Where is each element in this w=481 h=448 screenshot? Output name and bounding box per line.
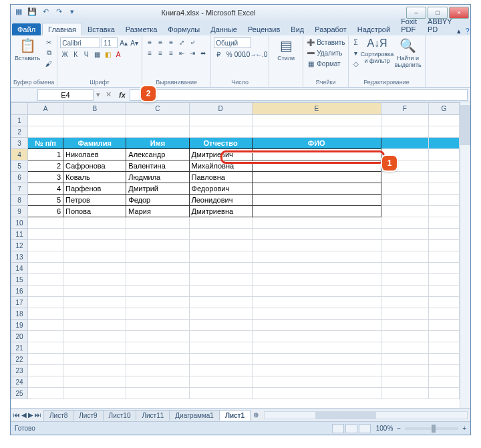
row-header[interactable]: 18	[11, 308, 28, 320]
row-header[interactable]: 11	[11, 229, 28, 240]
redo-icon[interactable]: ↷	[53, 6, 64, 17]
delete-cells-icon[interactable]: ➖	[306, 48, 315, 58]
border-icon[interactable]: ▦	[92, 49, 102, 59]
cell[interactable]: Петров	[63, 195, 126, 206]
italic-button[interactable]: К	[71, 49, 80, 59]
header-patr[interactable]: Отчество	[189, 138, 252, 149]
align-top-icon[interactable]: ≡	[145, 37, 154, 47]
header-num[interactable]: № п/п	[28, 138, 63, 149]
cell[interactable]: 1	[28, 149, 63, 160]
last-sheet-icon[interactable]: ⏭	[35, 411, 41, 419]
row-header[interactable]: 22	[11, 354, 28, 365]
format-cells-label[interactable]: Формат	[317, 60, 341, 68]
font-size-combo[interactable]: 11	[102, 37, 118, 48]
cell[interactable]	[252, 160, 381, 172]
find-select-button[interactable]: 🔍 Найти и выделить	[394, 37, 422, 68]
decrease-indent-icon[interactable]: ⇤	[177, 48, 186, 58]
prev-sheet-icon[interactable]: ◀	[21, 411, 27, 419]
grid[interactable]: A B C D E F G 1 2 3 № п/п Фамилия Имя От…	[11, 102, 460, 408]
header-name[interactable]: Имя	[126, 138, 189, 149]
tab-review[interactable]: Рецензив	[243, 23, 285, 35]
row-header[interactable]: 15	[11, 274, 28, 286]
name-box[interactable]: E4	[37, 89, 94, 101]
undo-icon[interactable]: ↶	[40, 6, 51, 17]
col-header-G[interactable]: G	[428, 103, 459, 115]
cell[interactable]	[252, 206, 381, 217]
normal-view-icon[interactable]	[332, 424, 344, 433]
insert-cells-icon[interactable]: ➕	[306, 37, 315, 47]
cell[interactable]: 4	[28, 183, 63, 195]
col-header-C[interactable]: C	[126, 103, 189, 115]
sheet-tab[interactable]: Лист9	[73, 410, 103, 421]
increase-font-icon[interactable]: A▴	[119, 38, 128, 47]
new-sheet-icon[interactable]: ⊕	[251, 411, 261, 419]
col-header-F[interactable]: F	[381, 103, 428, 115]
zoom-slider[interactable]	[405, 427, 458, 430]
clear-icon[interactable]: ◇	[351, 59, 361, 68]
tab-formulas[interactable]: Формулы	[162, 23, 205, 35]
format-painter-icon[interactable]: 🖌	[44, 59, 53, 68]
sheet-tab[interactable]: Диаграмма1	[169, 410, 220, 421]
paste-button[interactable]: 📋 Вставить	[13, 37, 41, 62]
qat-dropdown-icon[interactable]: ▾	[67, 6, 77, 17]
zoom-out-icon[interactable]: −	[397, 425, 401, 432]
font-color-icon[interactable]: A	[114, 49, 123, 59]
horizontal-scrollbar[interactable]	[264, 411, 468, 419]
cell[interactable]: 3	[28, 172, 63, 183]
tab-developer[interactable]: Разработ	[309, 23, 351, 35]
format-cells-icon[interactable]: ▦	[306, 59, 315, 68]
styles-button[interactable]: ▤ Стили	[272, 37, 300, 62]
col-header-A[interactable]: A	[28, 103, 63, 115]
tab-addins[interactable]: Надстрой	[352, 23, 395, 35]
tab-view[interactable]: Вид	[285, 23, 309, 35]
vertical-scrollbar[interactable]	[460, 102, 470, 408]
sheet-tab[interactable]: Лист10	[103, 410, 137, 421]
row-header[interactable]: 7	[11, 183, 28, 195]
row-header[interactable]: 5	[11, 160, 28, 172]
cell[interactable]: Федорович	[189, 183, 252, 195]
cell[interactable]: Леонидович	[189, 195, 252, 206]
underline-button[interactable]: Ч	[82, 49, 91, 59]
sheet-tab[interactable]: Лист11	[136, 410, 170, 421]
cell[interactable]	[252, 172, 381, 183]
cell[interactable]: 6	[28, 206, 63, 217]
cell[interactable]: Александр	[126, 149, 189, 160]
align-middle-icon[interactable]: ≡	[156, 37, 165, 47]
decrease-font-icon[interactable]: A▾	[130, 38, 139, 47]
row-header[interactable]: 19	[11, 320, 28, 331]
spreadsheet[interactable]: A B C D E F G 1 2 3 № п/п Фамилия Имя От…	[11, 102, 460, 399]
row-header[interactable]: 16	[11, 286, 28, 297]
tab-home[interactable]: Главная	[42, 23, 82, 35]
row-header[interactable]: 2	[11, 126, 28, 138]
tab-insert[interactable]: Вставка	[82, 23, 120, 35]
cell[interactable]: Коваль	[63, 172, 126, 183]
zoom-in-icon[interactable]: +	[462, 425, 470, 432]
fill-color-icon[interactable]: ◧	[103, 49, 112, 59]
page-break-view-icon[interactable]	[359, 424, 371, 433]
row-header[interactable]: 8	[11, 195, 28, 206]
row-header[interactable]: 17	[11, 297, 28, 308]
row-header[interactable]: 3	[11, 138, 28, 149]
cell[interactable]: Дмитрий	[126, 183, 189, 195]
tab-foxit[interactable]: Foxit PDF	[395, 15, 422, 35]
sort-filter-button[interactable]: А↓Я Сортировка и фильтр	[363, 37, 391, 64]
align-bottom-icon[interactable]: ≡	[166, 37, 176, 47]
row-header[interactable]: 10	[11, 217, 28, 229]
increase-indent-icon[interactable]: ⇥	[188, 48, 197, 58]
align-center-icon[interactable]: ≡	[156, 48, 165, 58]
cell[interactable]: Дмитриевич	[189, 149, 252, 160]
tab-file[interactable]: Файл	[12, 23, 41, 35]
formula-input[interactable]	[130, 89, 468, 101]
active-cell-E4[interactable]	[252, 149, 381, 160]
cell[interactable]: Федор	[126, 195, 189, 206]
bold-button[interactable]: Ж	[60, 49, 69, 59]
currency-icon[interactable]: ₽	[214, 49, 223, 59]
cancel-formula-icon[interactable]: ✕	[102, 89, 114, 101]
page-layout-view-icon[interactable]	[345, 424, 357, 433]
tab-data[interactable]: Данные	[205, 23, 243, 35]
ribbon-minimize-icon[interactable]: ▴	[457, 27, 461, 35]
cell[interactable]: Дмитриевна	[189, 206, 252, 217]
row-header[interactable]: 12	[11, 240, 28, 251]
font-name-combo[interactable]: Calibri	[60, 37, 100, 48]
cell[interactable]: 5	[28, 195, 63, 206]
